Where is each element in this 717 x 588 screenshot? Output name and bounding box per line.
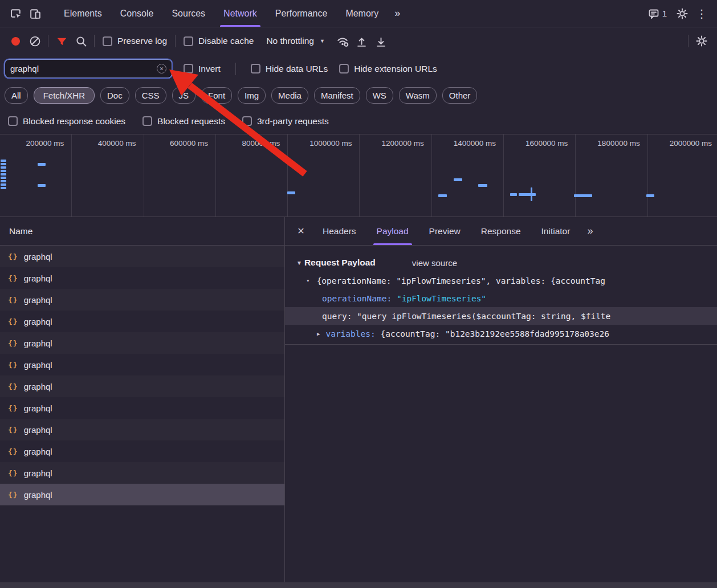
chip-fetch-xhr[interactable]: Fetch/XHR: [34, 87, 95, 104]
waterfall-bar: [574, 194, 592, 197]
tab-initiator[interactable]: Initiator: [531, 217, 581, 245]
chip-media[interactable]: Media: [271, 87, 308, 104]
filter-toggle-button[interactable]: [52, 31, 71, 51]
import-har-button[interactable]: [352, 31, 372, 51]
tab-network[interactable]: Network: [214, 0, 266, 27]
toolbar-divider: [48, 35, 48, 47]
request-row[interactable]: {}graphql: [0, 311, 284, 332]
record-button[interactable]: [6, 31, 25, 51]
device-toolbar-button[interactable]: [25, 4, 44, 23]
throttling-dropdown[interactable]: No throttling ▼: [258, 36, 333, 46]
chip-all[interactable]: All: [5, 87, 28, 104]
payload-summary-row[interactable]: ▾ {operationName: "ipFlowTimeseries", va…: [285, 272, 717, 289]
checkbox-box[interactable]: [251, 64, 260, 74]
payload-operation-name-row[interactable]: operationName: "ipFlowTimeseries": [285, 289, 717, 307]
checkbox-box[interactable]: [142, 116, 152, 126]
clear-filter-icon[interactable]: ✕: [157, 64, 166, 74]
tab-elements[interactable]: Elements: [55, 0, 111, 27]
json-key: operationName:: [322, 294, 397, 303]
filter-input[interactable]: graphql ✕: [5, 59, 172, 78]
clear-network-log-button[interactable]: [25, 31, 44, 51]
blocked-requests-checkbox[interactable]: Blocked requests: [142, 116, 225, 126]
tab-headers[interactable]: Headers: [312, 217, 366, 245]
network-conditions-button[interactable]: [333, 31, 352, 51]
request-row[interactable]: {}graphql: [0, 375, 284, 397]
json-value: "query ipFlowTimeseries($accountTag: str…: [357, 312, 610, 321]
waterfall-bar: [1, 166, 6, 169]
request-row[interactable]: {}graphql: [0, 354, 284, 375]
preserve-log-label: Preserve log: [117, 36, 167, 46]
preserve-log-checkbox[interactable]: Preserve log: [98, 36, 172, 46]
request-row[interactable]: {}graphql: [0, 397, 284, 419]
chip-manifest[interactable]: Manifest: [314, 87, 360, 104]
request-row[interactable]: {}graphql: [0, 462, 284, 484]
chip-wasm[interactable]: Wasm: [399, 87, 437, 104]
chip-js[interactable]: JS: [172, 87, 196, 104]
chip-font[interactable]: Font: [201, 87, 232, 104]
chip-doc[interactable]: Doc: [100, 87, 129, 104]
checkbox-box[interactable]: [103, 36, 112, 46]
tab-performance[interactable]: Performance: [266, 0, 337, 27]
json-braces-icon: {}: [8, 339, 18, 348]
network-main-panel: Name {}graphql {}graphql {}graphql {}gra…: [0, 217, 717, 582]
checkbox-box[interactable]: [339, 64, 349, 74]
chip-ws[interactable]: WS: [366, 87, 393, 104]
chip-other[interactable]: Other: [442, 87, 478, 104]
chip-css[interactable]: CSS: [135, 87, 166, 104]
expand-triangle-icon[interactable]: ▶: [317, 331, 320, 337]
checkbox-box[interactable]: [242, 116, 252, 126]
invert-checkbox[interactable]: Invert: [184, 64, 221, 74]
tab-response[interactable]: Response: [471, 217, 531, 245]
chip-img[interactable]: Img: [238, 87, 266, 104]
request-row[interactable]: {}graphql: [0, 267, 284, 289]
json-braces-icon: {}: [8, 296, 18, 304]
third-party-requests-checkbox[interactable]: 3rd-party requests: [242, 116, 329, 126]
name-column-header[interactable]: Name: [0, 217, 284, 246]
request-row[interactable]: {}graphql: [0, 246, 284, 267]
console-messages-icon[interactable]: [646, 4, 661, 23]
export-har-button[interactable]: [372, 31, 391, 51]
hide-extension-urls-checkbox[interactable]: Hide extension URLs: [339, 64, 437, 74]
settings-gear-icon[interactable]: [673, 4, 692, 23]
tab-payload[interactable]: Payload: [366, 217, 419, 245]
network-overview-timeline[interactable]: 200000 ms 400000 ms 600000 ms 800000 ms …: [0, 134, 717, 217]
collapse-triangle-icon[interactable]: ▾: [306, 277, 310, 284]
tab-memory[interactable]: Memory: [336, 0, 388, 27]
json-braces-icon: {}: [8, 404, 18, 413]
blocked-response-cookies-checkbox[interactable]: Blocked response cookies: [8, 116, 125, 126]
throttling-value: No throttling: [266, 36, 314, 46]
more-details-tabs-button[interactable]: »: [580, 225, 600, 237]
view-source-link[interactable]: view source: [412, 258, 457, 268]
third-party-requests-label: 3rd-party requests: [257, 116, 329, 126]
waterfall-bar: [1, 170, 6, 172]
json-braces-icon: {}: [8, 491, 18, 499]
payload-summary-text: {operationName: "ipFlowTimeseries", vari…: [317, 276, 605, 285]
more-tabs-button[interactable]: »: [388, 7, 407, 19]
request-row[interactable]: {}graphql: [0, 440, 284, 462]
kebab-menu-button[interactable]: ⋮: [692, 4, 711, 23]
disable-cache-checkbox[interactable]: Disable cache: [179, 36, 258, 46]
waterfall-bar: [478, 184, 487, 187]
tab-sources[interactable]: Sources: [162, 0, 214, 27]
tab-preview[interactable]: Preview: [419, 217, 471, 245]
checkbox-box[interactable]: [8, 116, 18, 126]
checkbox-box[interactable]: [184, 36, 193, 46]
close-details-button[interactable]: ✕: [290, 226, 312, 236]
request-row[interactable]: {}graphql: [0, 332, 284, 354]
request-row-selected[interactable]: {}graphql: [0, 484, 284, 505]
inspect-element-button[interactable]: [6, 4, 25, 23]
network-settings-gear-icon[interactable]: [692, 31, 711, 51]
payload-query-row-selected[interactable]: query: "query ipFlowTimeseries($accountT…: [285, 307, 717, 325]
request-payload-section[interactable]: ▼ Request Payload view source: [285, 254, 717, 272]
waterfall-bar: [531, 187, 532, 201]
request-row[interactable]: {}graphql: [0, 419, 284, 440]
json-braces-icon: {}: [8, 426, 18, 434]
payload-variables-row[interactable]: ▶ variables: {accountTag: "b12e3b2192ee5…: [285, 325, 717, 342]
checkbox-box[interactable]: [184, 64, 193, 74]
hide-data-urls-checkbox[interactable]: Hide data URLs: [251, 64, 328, 74]
search-button[interactable]: [71, 31, 91, 51]
request-row[interactable]: {}graphql: [0, 289, 284, 311]
payload-divider: [285, 344, 717, 345]
section-collapse-icon[interactable]: ▼: [296, 260, 302, 266]
tab-console[interactable]: Console: [111, 0, 163, 27]
